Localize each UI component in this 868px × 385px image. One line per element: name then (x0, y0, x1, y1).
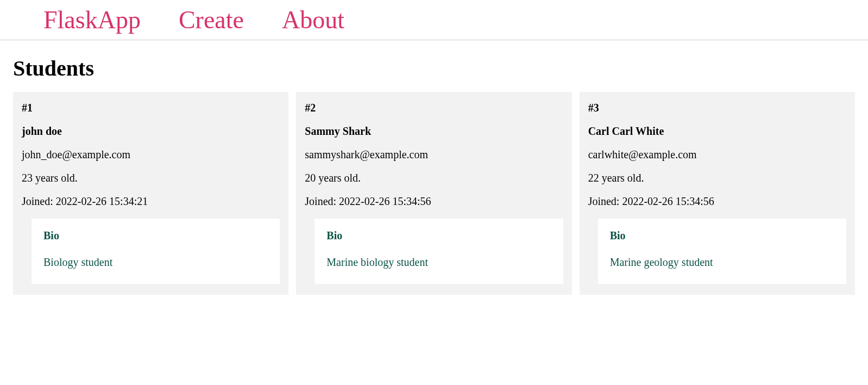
student-email: john_doe@example.com (22, 148, 280, 161)
student-card: #1 john doe john_doe@example.com 23 year… (13, 92, 288, 295)
student-card: #3 Carl Carl White carlwhite@example.com… (580, 92, 855, 295)
bio-heading: Bio (326, 229, 551, 242)
bio-heading: Bio (43, 229, 268, 242)
student-age: 22 years old. (588, 172, 846, 184)
navbar: FlaskApp Create About (0, 0, 868, 40)
student-age: 23 years old. (22, 172, 280, 184)
student-email: carlwhite@example.com (588, 148, 846, 161)
student-id: #1 (22, 102, 280, 114)
student-age: 20 years old. (305, 172, 563, 184)
bio-text: Biology student (43, 256, 268, 269)
bio-box: Bio Biology student (32, 219, 280, 284)
nav-about-link[interactable]: About (282, 5, 344, 34)
nav-create-link[interactable]: Create (179, 5, 244, 34)
bio-box: Bio Marine biology student (315, 219, 563, 284)
bio-text: Marine geology student (610, 256, 834, 269)
student-email: sammyshark@example.com (305, 148, 563, 161)
student-name: Carl Carl White (588, 125, 846, 138)
student-card: #2 Sammy Shark sammyshark@example.com 20… (296, 92, 571, 295)
student-joined: Joined: 2022-02-26 15:34:56 (588, 195, 846, 208)
student-id: #3 (588, 102, 846, 114)
student-joined: Joined: 2022-02-26 15:34:21 (22, 195, 280, 208)
student-id: #2 (305, 102, 563, 114)
bio-box: Bio Marine geology student (598, 219, 846, 284)
main-content: Students #1 john doe john_doe@example.co… (0, 40, 868, 300)
student-name: john doe (22, 125, 280, 138)
bio-heading: Bio (610, 229, 834, 242)
student-name: Sammy Shark (305, 125, 563, 138)
students-row: #1 john doe john_doe@example.com 23 year… (13, 92, 855, 295)
bio-text: Marine biology student (326, 256, 551, 269)
student-joined: Joined: 2022-02-26 15:34:56 (305, 195, 563, 208)
nav-brand-link[interactable]: FlaskApp (43, 5, 141, 34)
page-title: Students (13, 55, 855, 81)
